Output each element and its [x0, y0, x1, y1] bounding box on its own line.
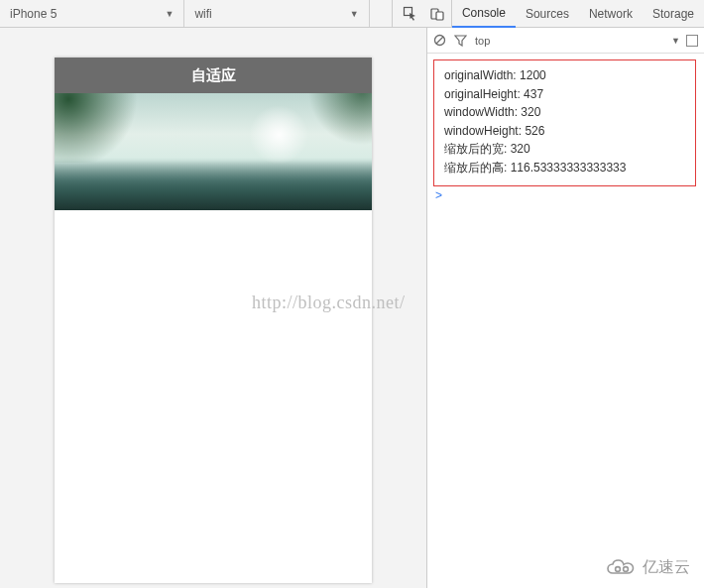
network-dropdown[interactable]: wifi ▼ — [184, 0, 369, 27]
console-prompt[interactable]: > — [427, 186, 704, 202]
chevron-down-icon[interactable]: ▼ — [671, 36, 680, 46]
prompt-caret-icon: > — [435, 188, 442, 202]
devtools-panel: top ▼ originalWidth: 1200 originalHeight… — [426, 28, 704, 588]
brand-name: 亿速云 — [643, 557, 690, 578]
device-toggle-icon[interactable] — [424, 0, 452, 28]
console-line: 缩放后的宽: 320 — [444, 140, 685, 159]
console-line: 缩放后的高: 116.53333333333333 — [444, 159, 685, 177]
hero-image — [55, 93, 372, 210]
svg-point-5 — [616, 566, 621, 571]
context-selector[interactable]: top — [475, 35, 490, 47]
network-dropdown-label: wifi — [194, 7, 211, 21]
app-header-title: 自适应 — [191, 66, 236, 85]
console-line: windowHeight: 526 — [444, 122, 685, 141]
tab-storage[interactable]: Storage — [643, 0, 704, 28]
chevron-down-icon: ▼ — [350, 9, 359, 19]
tab-sources[interactable]: Sources — [516, 0, 579, 28]
top-toolbar: iPhone 5 ▼ wifi ▼ Console Sources Networ… — [0, 0, 704, 28]
device-dropdown[interactable]: iPhone 5 ▼ — [0, 0, 184, 27]
inspect-element-icon[interactable] — [397, 0, 424, 28]
app-header: 自适应 — [55, 58, 372, 93]
toolbar-spacer — [370, 0, 392, 27]
mountain-decoration — [55, 161, 372, 210]
cloud-icon — [605, 558, 639, 578]
brand-logo: 亿速云 — [605, 557, 690, 578]
clear-console-icon[interactable] — [433, 34, 446, 47]
toolbar-divider — [392, 0, 393, 27]
device-preview-pane: 自适应 — [0, 28, 426, 588]
svg-rect-2 — [436, 12, 443, 20]
console-filter-bar: top ▼ — [427, 28, 704, 54]
console-line: windowWidth: 320 — [444, 103, 685, 122]
device-frame: 自适应 — [55, 58, 372, 583]
settings-gear-icon[interactable] — [686, 35, 698, 47]
light-flare-decoration — [249, 105, 308, 165]
tab-network[interactable]: Network — [579, 0, 643, 28]
filter-icon[interactable] — [454, 35, 467, 47]
chevron-down-icon: ▼ — [165, 9, 174, 19]
svg-point-6 — [624, 566, 629, 571]
tab-console[interactable]: Console — [452, 0, 516, 28]
devtools-tabbar: Console Sources Network Storage — [397, 0, 704, 27]
console-output: originalWidth: 1200 originalHeight: 437 … — [433, 59, 696, 186]
device-dropdown-label: iPhone 5 — [10, 7, 57, 21]
console-line: originalHeight: 437 — [444, 85, 685, 104]
bamboo-leaves-decoration — [55, 93, 164, 163]
main-area: 自适应 top ▼ — [0, 28, 704, 588]
console-line: originalWidth: 1200 — [444, 66, 685, 85]
svg-line-4 — [436, 37, 443, 44]
